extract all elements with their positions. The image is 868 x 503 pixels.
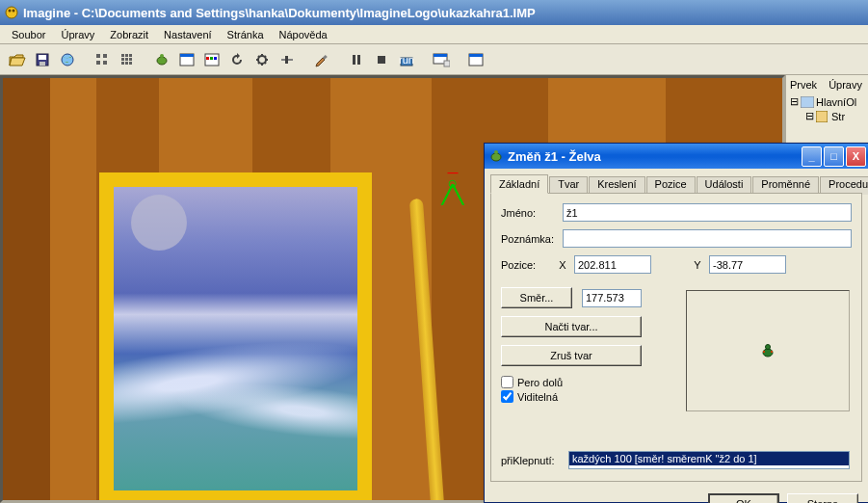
globe-icon[interactable]: [56, 48, 79, 71]
svg-rect-8: [103, 54, 107, 58]
svg-text:run: run: [399, 54, 414, 66]
save-icon[interactable]: [31, 48, 54, 71]
window-icon[interactable]: [175, 48, 198, 71]
page-icon: [816, 111, 829, 122]
close-button[interactable]: X: [846, 146, 866, 167]
grid9-icon[interactable]: [116, 48, 139, 71]
tabstrip: Základní Tvar Kreslení Pozice Události P…: [490, 174, 862, 193]
side-col-prvek[interactable]: Prvek: [790, 79, 817, 91]
turtle-icon: [488, 148, 504, 164]
label-pozice: Pozice:: [501, 259, 551, 271]
button-smer[interactable]: Směr...: [501, 287, 572, 308]
svg-point-21: [160, 54, 164, 58]
svg-rect-41: [469, 54, 483, 57]
svg-rect-33: [357, 55, 360, 65]
button-nacti-tvar[interactable]: Načti tvar...: [501, 316, 642, 337]
svg-rect-19: [129, 62, 132, 65]
tree-root[interactable]: ⊟ HlavníOl: [790, 94, 864, 109]
svg-rect-5: [39, 62, 45, 66]
button-storno[interactable]: Storno: [787, 493, 858, 503]
svg-rect-16: [129, 58, 132, 61]
tab-panel-zakladni: Jméno: Poznámka: Pozice: X Y Směr... Nač…: [490, 193, 862, 482]
svg-rect-4: [39, 55, 46, 60]
input-jmeno[interactable]: [563, 203, 852, 222]
dialog-turtle-properties: Změň ž1 - Želva _ □ X Základní Tvar Kres…: [484, 143, 868, 503]
input-smer[interactable]: [582, 289, 642, 307]
tab-zakladni[interactable]: Základní: [490, 174, 548, 194]
minimize-button[interactable]: _: [802, 146, 822, 167]
label-poznamka: Poznámka:: [501, 233, 563, 245]
checkbox-pero-dolu[interactable]: [501, 376, 513, 388]
stop-icon[interactable]: [370, 48, 393, 71]
svg-point-45: [494, 150, 498, 154]
maximize-button[interactable]: □: [824, 146, 844, 167]
open-icon[interactable]: [6, 48, 29, 71]
refresh-icon[interactable]: [225, 48, 249, 71]
svg-rect-25: [206, 57, 209, 60]
svg-rect-7: [96, 54, 100, 58]
input-priklepnuti[interactable]: každých 100 [směr! směremK "ž2 do 1]: [568, 451, 850, 469]
svg-rect-17: [121, 62, 124, 65]
run-icon[interactable]: run: [395, 48, 418, 71]
svg-rect-32: [353, 55, 355, 65]
svg-point-2: [13, 10, 15, 13]
turtle-sprite-icon: [760, 343, 776, 358]
dialog-titlebar[interactable]: Změň ž1 - Želva _ □ X: [485, 144, 868, 169]
pause-icon[interactable]: [345, 48, 368, 71]
button-ok[interactable]: OK: [708, 493, 779, 503]
svg-rect-30: [285, 56, 288, 64]
button-zrus-tvar[interactable]: Zruš tvar: [501, 345, 642, 366]
input-x[interactable]: [574, 255, 651, 274]
svg-point-0: [6, 7, 17, 18]
input-y[interactable]: [709, 255, 786, 274]
menu-nastaveni[interactable]: Nastavení: [156, 27, 220, 42]
label-pero-dolu: Pero dolů: [517, 377, 563, 388]
svg-rect-12: [125, 54, 128, 57]
label-jmeno: Jméno:: [501, 207, 563, 219]
svg-rect-9: [96, 61, 100, 65]
grid4-icon[interactable]: [91, 48, 114, 71]
svg-point-1: [9, 10, 12, 13]
app-title: Imagine - C:\Documents and Settings\hank…: [23, 6, 536, 20]
toolbar: run: [0, 44, 868, 75]
svg-rect-18: [125, 62, 128, 65]
tree-label: HlavníOl: [816, 96, 856, 108]
svg-rect-14: [121, 58, 124, 61]
gear-icon[interactable]: [250, 48, 274, 71]
svg-rect-38: [434, 54, 447, 57]
picture-frame: [99, 172, 372, 503]
menu-napoveda[interactable]: Nápověda: [272, 27, 335, 42]
svg-rect-34: [378, 56, 385, 64]
broom-stick: [409, 199, 444, 503]
turtle-cursor[interactable]: —○╱╲: [442, 165, 463, 201]
screen2-icon[interactable]: [464, 48, 487, 71]
svg-point-47: [766, 345, 771, 350]
picture: [114, 187, 357, 490]
label-priklepnuti: přiKlepnutí:: [501, 455, 568, 466]
input-poznamka[interactable]: [563, 229, 852, 248]
svg-rect-42: [801, 96, 814, 108]
svg-rect-11: [121, 54, 124, 57]
side-col-upravy[interactable]: Úpravy: [829, 79, 862, 91]
tree-child[interactable]: ⊟ Str: [790, 109, 864, 123]
palette-icon[interactable]: [200, 48, 224, 71]
menu-zobrazit[interactable]: Zobrazit: [102, 27, 156, 42]
svg-rect-10: [103, 61, 107, 65]
svg-point-6: [62, 54, 73, 66]
svg-rect-39: [444, 61, 450, 66]
label-y: Y: [692, 259, 703, 271]
menu-soubor[interactable]: Soubor: [4, 27, 53, 42]
svg-rect-13: [129, 54, 132, 57]
menu-upravy[interactable]: Úpravy: [53, 27, 102, 42]
slider-icon[interactable]: [276, 48, 299, 71]
app-icon: [4, 5, 19, 20]
menu-stranka[interactable]: Stránka: [220, 27, 272, 42]
svg-rect-27: [214, 57, 217, 60]
screen-icon: [801, 96, 814, 108]
screen1-icon[interactable]: [430, 48, 453, 71]
turtle-icon[interactable]: [150, 48, 173, 71]
checkbox-viditelna[interactable]: [501, 390, 513, 403]
paint-icon[interactable]: [310, 48, 333, 71]
svg-point-28: [258, 56, 266, 64]
svg-rect-48: [763, 351, 765, 353]
